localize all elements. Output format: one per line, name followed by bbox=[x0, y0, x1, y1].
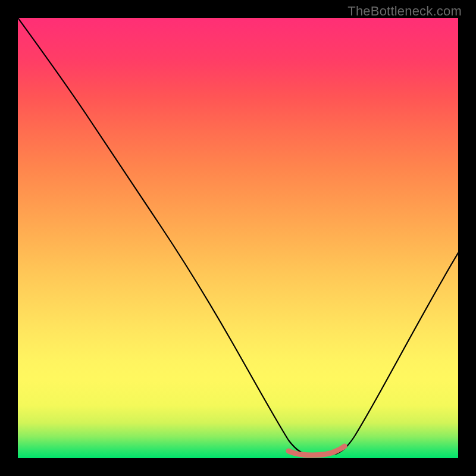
curve-line bbox=[18, 18, 458, 455]
chart-frame: TheBottleneck.com bbox=[0, 0, 476, 476]
optimal-range-marker bbox=[289, 446, 345, 455]
plot-area bbox=[18, 18, 458, 458]
chart-svg bbox=[18, 18, 458, 458]
watermark-text: TheBottleneck.com bbox=[347, 4, 462, 19]
